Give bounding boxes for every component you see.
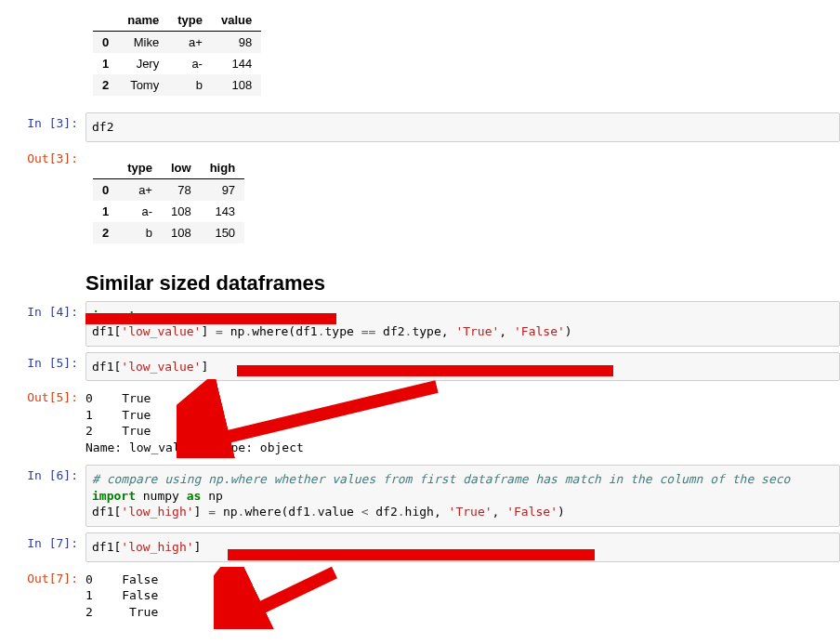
in7-prompt: In [7]:	[0, 532, 85, 556]
in5-code[interactable]: df1['low_value']	[85, 352, 840, 382]
in5-prompt: In [5]:	[0, 352, 85, 375]
df2-col-type: type	[118, 157, 162, 179]
in5-cell: In [5]: df1['low_value']	[0, 352, 840, 382]
out5-cell: Out[5]: 0 True 1 True 2 True Name: low_v…	[0, 387, 840, 459]
df1-col-name: name	[118, 9, 168, 32]
in4-prompt: In [4]:	[0, 301, 85, 324]
in3-code[interactable]: df2	[85, 112, 840, 142]
out2-prompt	[0, 0, 85, 7]
table-row: 0 a+ 78 97	[93, 178, 244, 201]
in6-code[interactable]: # compare using np.where whether values …	[85, 465, 840, 527]
in7-cell: In [7]: df1['low_high']	[0, 532, 840, 562]
section-heading: Similar sized dataframes	[85, 271, 840, 296]
df1-table: name type value 0 Mike a+ 98 1 Jery	[93, 9, 261, 96]
df2-col-high: high	[201, 157, 244, 179]
notebook: name type value 0 Mike a+ 98 1 Jery	[0, 0, 840, 624]
out5-output: 0 True 1 True 2 True Name: low_value, dt…	[85, 387, 840, 459]
out7-prompt: Out[7]:	[0, 568, 85, 591]
out5-prompt: Out[5]:	[0, 387, 85, 410]
table-row: 0 Mike a+ 98	[93, 32, 261, 54]
out7-output: 0 False 1 False 2 True	[85, 568, 840, 624]
table-row: 2 Tomy b 108	[93, 74, 261, 96]
out2-cell: name type value 0 Mike a+ 98 1 Jery	[0, 0, 840, 107]
table-row: 2 b 108 150	[93, 222, 244, 243]
table-row: 1 a- 108 143	[93, 201, 244, 222]
in6-prompt: In [6]:	[0, 465, 85, 488]
df1-col-type: type	[168, 9, 212, 32]
df2-table: type low high 0 a+ 78 97 1 a-	[93, 157, 244, 243]
in4-code[interactable]: import numpy as np df1['low_value'] = np…	[85, 301, 840, 347]
in6-cell: In [6]: # compare using np.where whether…	[0, 465, 840, 527]
out7-cell: Out[7]: 0 False 1 False 2 True	[0, 568, 840, 624]
in3-cell: In [3]: df2	[0, 112, 840, 142]
out3-prompt: Out[3]:	[0, 148, 85, 171]
table-row: 1 Jery a- 144	[93, 53, 261, 74]
in3-prompt: In [3]:	[0, 112, 85, 136]
out3-cell: Out[3]: type low high 0 a+ 78 9	[0, 148, 840, 255]
df1-col-value: value	[212, 9, 261, 32]
in7-code[interactable]: df1['low_high']	[85, 532, 840, 562]
df2-col-low: low	[162, 157, 201, 179]
in4-cell: In [4]: import numpy as np df1['low_valu…	[0, 301, 840, 347]
